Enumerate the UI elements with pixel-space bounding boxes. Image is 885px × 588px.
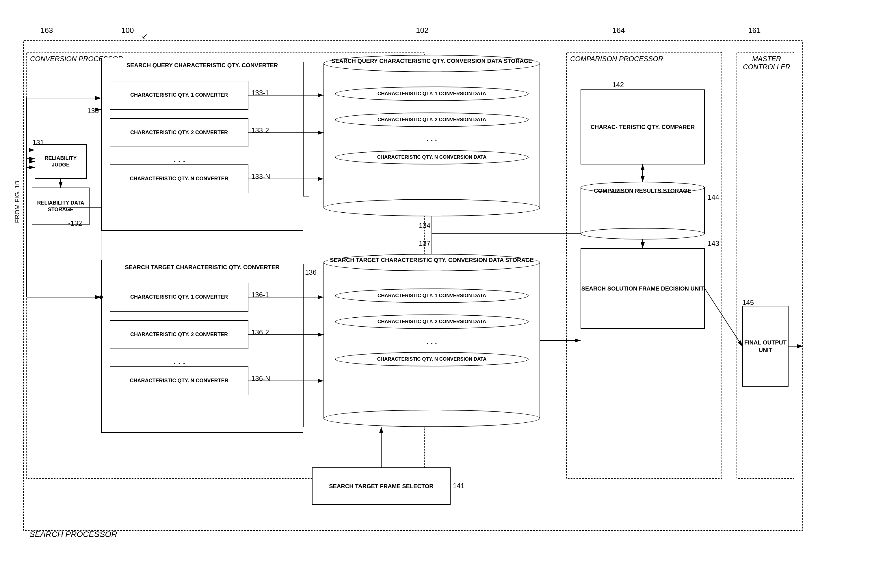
- ref-136-2: 136-2: [251, 328, 269, 336]
- comparison-results-storage-label: COMPARISON RESULTS STORAGE: [581, 188, 705, 194]
- search-target-frame-selector: SEARCH TARGET FRAME SELECTOR: [312, 467, 451, 505]
- ref-100: 100: [121, 26, 134, 35]
- ref-136: 136: [305, 268, 316, 276]
- arrow-100: ↙: [141, 32, 148, 40]
- char-qty-comparer: CHARAC- TERISTIC QTY. COMPARER: [581, 90, 705, 165]
- sq-oval-2: CHARACTERISTIC QTY. 2 CONVERSION DATA: [335, 112, 528, 127]
- ref-137: 137: [419, 240, 430, 248]
- ref-143: 143: [707, 240, 719, 248]
- st-char-qty-1-converter: CHARACTERISTIC QTY. 1 CONVERTER: [110, 283, 248, 312]
- st-char-qty-n-converter: CHARACTERISTIC QTY. N CONVERTER: [110, 366, 248, 395]
- sq-char-qty-1-converter: CHARACTERISTIC QTY. 1 CONVERTER: [110, 81, 248, 110]
- comparison-processor-label: COMPARISON PROCESSOR: [570, 55, 663, 63]
- search-processor-label: SEARCH PROCESSOR: [29, 530, 117, 539]
- st-dots-storage: . . .: [324, 337, 540, 346]
- st-oval-2: CHARACTERISTIC QTY. 2 CONVERSION DATA: [335, 315, 528, 329]
- ref-102: 102: [416, 26, 428, 35]
- st-oval-n: CHARACTERISTIC QTY. N CONVERSION DATA: [335, 352, 528, 366]
- st-storage-title: SEARCH TARGET CHARACTERISTIC QTY. CONVER…: [324, 257, 540, 263]
- master-controller-label: MASTER CONTROLLER: [739, 55, 794, 71]
- ref-133-1: 133-1: [251, 89, 269, 97]
- st-dots: . . .: [173, 356, 185, 366]
- ref-136-n: 136-N: [251, 375, 270, 382]
- final-output-unit: FINAL OUTPUT UNIT: [742, 306, 789, 387]
- comparison-results-storage: COMPARISON RESULTS STORAGE: [581, 182, 705, 240]
- ref-134: 134: [419, 222, 430, 230]
- from-fig-label: FROM FIG. 1B: [14, 181, 21, 223]
- ref-144: 144: [707, 193, 719, 201]
- sq-oval-n: CHARACTERISTIC QTY. N CONVERSION DATA: [335, 150, 528, 165]
- ref-141: 141: [453, 482, 464, 490]
- sq-dots: . . .: [173, 154, 185, 164]
- reliability-judge-block: RELIABILITY JUDGE: [35, 144, 87, 179]
- search-target-char-converter-title: SEARCH TARGET CHARACTERISTIC QTY. CONVER…: [107, 264, 298, 271]
- ref-136-1: 136-1: [251, 291, 269, 299]
- ref-133-n: 133-N: [251, 172, 270, 181]
- ref-132: ~132: [66, 219, 82, 227]
- sq-storage-title: SEARCH QUERY CHARACTERISTIC QTY. CONVERS…: [324, 58, 540, 64]
- ref-142: 142: [613, 81, 624, 89]
- ref-163: 163: [41, 26, 53, 35]
- ref-131: 131: [32, 138, 44, 147]
- master-controller-box: MASTER CONTROLLER: [736, 52, 794, 479]
- sq-conversion-data-storage: SEARCH QUERY CHARACTERISTIC QTY. CONVERS…: [324, 55, 540, 216]
- st-conversion-data-storage: SEARCH TARGET CHARACTERISTIC QTY. CONVER…: [324, 254, 540, 427]
- sq-oval-1: CHARACTERISTIC QTY. 1 CONVERSION DATA: [335, 87, 528, 101]
- sq-dots-storage: . . .: [324, 134, 540, 143]
- st-char-qty-2-converter: CHARACTERISTIC QTY. 2 CONVERTER: [110, 320, 248, 349]
- diagram-container: FROM FIG. 1B 163 100 ↙ 102 164 161 SEARC…: [17, 17, 878, 566]
- sq-char-qty-2-converter: CHARACTERISTIC QTY. 2 CONVERTER: [110, 118, 248, 147]
- st-oval-1: CHARACTERISTIC QTY. 1 CONVERSION DATA: [335, 288, 528, 303]
- ref-145: 145: [742, 298, 754, 307]
- ref-164: 164: [613, 26, 625, 35]
- search-solution-frame-decision-unit: SEARCH SOLUTION FRAME DECISION UNIT: [581, 248, 705, 329]
- sq-char-qty-n-converter: CHARACTERISTIC QTY. N CONVERTER: [110, 165, 248, 193]
- ref-133-2: 133-2: [251, 126, 269, 135]
- ref-161: 161: [748, 26, 760, 35]
- search-query-char-converter-title: SEARCH QUERY CHARACTERISTIC QTY. CONVERT…: [107, 62, 298, 69]
- ref-133: 133: [87, 107, 99, 115]
